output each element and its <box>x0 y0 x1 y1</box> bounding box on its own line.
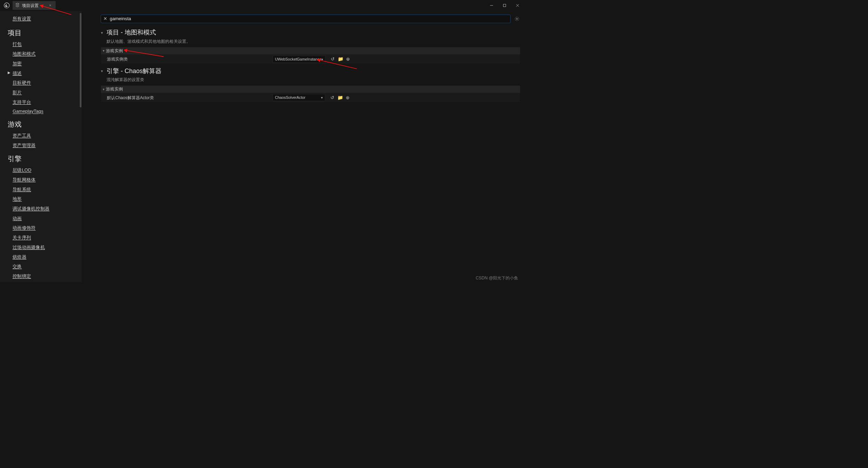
sidebar-item-label: 烘焙器 <box>13 254 26 260</box>
sidebar-header-project: 项目 <box>2 24 82 39</box>
sidebar-item-label: 导航系统 <box>13 187 31 192</box>
property-label: 游戏实例类 <box>103 56 271 62</box>
property-row-game-instance-class: 游戏实例类 UWebSocketGameInstance ▾ ↺ 📁 ⊕ <box>101 55 520 64</box>
sidebar-item-label: 打包 <box>13 41 22 47</box>
search-input[interactable] <box>110 16 508 22</box>
sidebar-item-all-settings[interactable]: 所有设置 <box>2 13 82 24</box>
sidebar-item-label: 支持平台 <box>13 100 31 105</box>
sidebar-header-game: 游戏 <box>2 116 82 131</box>
property-row-chaos-solver-actor: 默认Chaos解算器Actor类 ChaosSolverActor ▾ ↺ 📁 … <box>101 93 520 102</box>
sidebar-item-label: 资产工具 <box>13 133 31 138</box>
sidebar-item-navmesh[interactable]: 导航网格体 <box>2 175 82 185</box>
settings-tab-icon <box>15 3 19 8</box>
sidebar-item-landscape[interactable]: 地形 <box>2 194 82 204</box>
sidebar-item-label: 目标硬件 <box>13 80 31 85</box>
sidebar-item-asset-tools[interactable]: 资产工具 <box>2 131 82 141</box>
sidebar-header-engine: 引擎 <box>2 150 82 165</box>
browse-icon[interactable]: 📁 <box>337 95 343 100</box>
tab-label: 项目设置 <box>22 3 39 8</box>
sidebar-item-console[interactable]: 控制台 <box>2 281 82 282</box>
subsection-label: 游戏实例 <box>106 48 123 54</box>
sidebar-item-label: 动画修饰符 <box>13 225 36 230</box>
section-maps-modes: ▾ 项目 - 地图和模式 默认地图、游戏模式和其他地图的相关设置。 ▾ 游戏实例… <box>101 27 520 64</box>
sidebar-item-hlod[interactable]: 层级LOD <box>2 165 82 175</box>
sidebar-item-label: 加密 <box>13 61 22 66</box>
expand-arrow-icon: ▶ <box>8 71 10 74</box>
sidebar-item-packaging[interactable]: 打包 <box>2 39 82 49</box>
section-chaos-solver: ▾ 引擎 - Chaos解算器 混沌解算器的设置类 ▾ 游戏实例 默认Chaos… <box>101 65 520 102</box>
sidebar-item-label: 层级LOD <box>13 167 31 173</box>
sidebar-item-interchange[interactable]: 交换 <box>2 262 82 271</box>
sidebar-item-control-rig[interactable]: 控制绑定 <box>2 271 82 281</box>
main-panel: ✕ ▾ 项目 - 地图和模式 默认地图、游戏模式和其他地图的相关设置。 ▾ 游戏… <box>82 11 523 282</box>
clear-search-icon[interactable]: ✕ <box>103 16 107 22</box>
reset-icon[interactable]: ↺ <box>331 56 335 62</box>
dropdown-value: UWebSocketGameInstance <box>275 57 322 62</box>
minimize-button[interactable] <box>488 2 495 9</box>
sidebar-item-label: 动画 <box>13 216 22 221</box>
subsection-game-instance[interactable]: ▾ 游戏实例 <box>101 47 520 55</box>
sidebar-item-supported-platforms[interactable]: 支持平台 <box>2 97 82 107</box>
caret-down-icon[interactable]: ▾ <box>101 69 105 73</box>
sidebar-item-label: 过场动画摄像机 <box>13 245 45 250</box>
sidebar-item-asset-manager[interactable]: 资产管理器 <box>2 141 82 150</box>
sidebar-item-label: 调试摄像机控制器 <box>13 206 49 211</box>
sidebar-item-label: 地形 <box>13 196 22 201</box>
close-button[interactable] <box>514 2 521 9</box>
dropdown-value: ChaosSolverActor <box>275 95 305 100</box>
sidebar-item-encryption[interactable]: 加密 <box>2 59 82 69</box>
sidebar-item-debug-camera[interactable]: 调试摄像机控制器 <box>2 204 82 214</box>
svg-rect-2 <box>503 4 506 7</box>
reset-icon[interactable]: ↺ <box>330 95 334 100</box>
titlebar: 项目设置 × <box>0 0 523 11</box>
dropdown-chaos-solver-actor[interactable]: ChaosSolverActor ▾ <box>273 94 325 101</box>
watermark: CSDN @阳光下的小鱼 <box>476 275 518 281</box>
sidebar-item-label: 控制绑定 <box>13 273 31 279</box>
maximize-button[interactable] <box>501 2 508 9</box>
section-title: 项目 - 地图和模式 <box>107 28 156 37</box>
sidebar-item-movies[interactable]: 影片 <box>2 88 82 97</box>
gear-icon[interactable] <box>514 16 520 22</box>
section-description: 默认地图、游戏模式和其他地图的相关设置。 <box>101 37 520 47</box>
sidebar-item-level-sequence[interactable]: 关卡序列 <box>2 233 82 243</box>
close-icon[interactable]: × <box>49 3 51 8</box>
sidebar: 所有设置 项目 打包 地图和模式 加密 ▶描述 目标硬件 影片 支持平台 Gam… <box>0 11 82 282</box>
sidebar-item-label: 交换 <box>13 264 22 269</box>
svg-point-0 <box>4 3 9 8</box>
caret-down-icon: ▾ <box>103 87 104 91</box>
unreal-logo-icon <box>3 2 10 9</box>
chevron-down-icon: ▾ <box>321 96 323 100</box>
section-description: 混沌解算器的设置类 <box>101 76 520 86</box>
sidebar-item-label: 关卡序列 <box>13 235 31 240</box>
sidebar-item-maps-modes[interactable]: 地图和模式 <box>2 49 82 59</box>
sidebar-item-cinematic-camera[interactable]: 过场动画摄像机 <box>2 243 82 252</box>
dropdown-game-instance-class[interactable]: UWebSocketGameInstance ▾ <box>273 56 326 63</box>
browse-icon[interactable]: 📁 <box>338 56 343 62</box>
sidebar-item-label: GameplayTags <box>13 109 43 114</box>
sidebar-item-label: 导航网格体 <box>13 177 36 182</box>
caret-down-icon: ▾ <box>103 49 104 53</box>
subsection-label: 游戏实例 <box>106 86 123 92</box>
sidebar-item-navigation[interactable]: 导航系统 <box>2 184 82 194</box>
sidebar-item-label: 影片 <box>13 90 22 95</box>
tab-project-settings[interactable]: 项目设置 × <box>13 1 55 10</box>
sidebar-item-target-hardware[interactable]: 目标硬件 <box>2 78 82 88</box>
search-box[interactable]: ✕ <box>101 15 510 23</box>
sidebar-item-gameplaytags[interactable]: GameplayTags <box>2 107 82 116</box>
sidebar-item-animation[interactable]: 动画 <box>2 214 82 223</box>
sidebar-item-label: 描述 <box>13 71 22 76</box>
property-label: 默认Chaos解算器Actor类 <box>103 95 271 100</box>
sidebar-item-description[interactable]: ▶描述 <box>2 69 82 78</box>
chevron-down-icon: ▾ <box>321 57 323 61</box>
sidebar-item-label: 地图和模式 <box>13 51 36 56</box>
sidebar-item-label: 资产管理器 <box>13 143 36 148</box>
subsection-game-instance-2[interactable]: ▾ 游戏实例 <box>101 86 520 93</box>
add-icon[interactable]: ⊕ <box>346 56 350 62</box>
section-title: 引擎 - Chaos解算器 <box>107 67 162 76</box>
sidebar-item-anim-modifiers[interactable]: 动画修饰符 <box>2 223 82 233</box>
sidebar-item-cooker[interactable]: 烘焙器 <box>2 252 82 262</box>
caret-down-icon[interactable]: ▾ <box>101 30 105 35</box>
svg-point-5 <box>516 18 518 19</box>
add-icon[interactable]: ⊕ <box>346 95 350 100</box>
